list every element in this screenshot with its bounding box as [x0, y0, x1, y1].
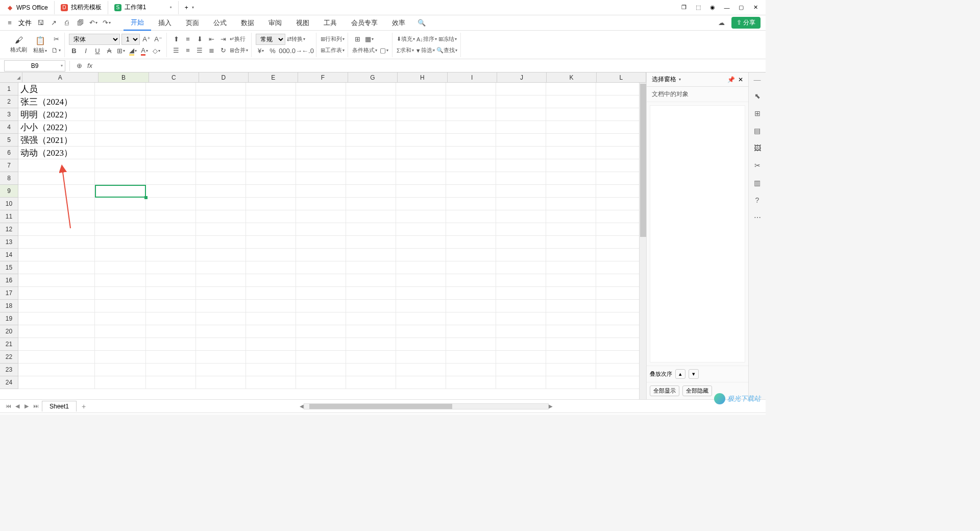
decrease-font-icon[interactable]: A⁻ — [153, 34, 163, 44]
cell-C18[interactable] — [146, 300, 196, 312]
cell-G10[interactable] — [346, 198, 396, 210]
cell-J2[interactable] — [496, 95, 546, 108]
row-header-8[interactable]: 8 — [0, 172, 18, 185]
cell-B16[interactable] — [95, 274, 146, 287]
cell-C6[interactable] — [146, 147, 196, 159]
border-icon[interactable]: ⊞▾ — [116, 46, 126, 56]
cell-E20[interactable] — [246, 325, 296, 338]
cell-B15[interactable] — [95, 261, 146, 274]
cell-A10[interactable] — [18, 198, 95, 210]
cell-K11[interactable] — [546, 210, 596, 223]
cell-I18[interactable] — [446, 300, 496, 312]
cell-G2[interactable] — [346, 95, 396, 108]
cell-F23[interactable] — [296, 364, 346, 376]
row-header-7[interactable]: 7 — [0, 159, 18, 172]
cell-I11[interactable] — [446, 210, 496, 223]
align-justify-icon[interactable]: ≣ — [206, 45, 216, 56]
cell-C23[interactable] — [146, 364, 196, 376]
move-up-button[interactable]: ▴ — [675, 369, 685, 379]
clear-format-icon[interactable]: ◇▾ — [151, 46, 161, 56]
cell-D11[interactable] — [196, 210, 246, 223]
paste-button[interactable]: 📋粘贴▾ — [31, 35, 49, 55]
cell-K18[interactable] — [546, 300, 596, 312]
cell-J7[interactable] — [496, 159, 546, 172]
tab-tools[interactable]: 工具 — [316, 15, 344, 31]
row-header-18[interactable]: 18 — [0, 300, 18, 312]
cell-F10[interactable] — [296, 198, 346, 210]
property-icon[interactable]: ⊞ — [752, 108, 763, 118]
cell-J24[interactable] — [496, 376, 546, 389]
tab-review[interactable]: 审阅 — [261, 15, 289, 31]
cell-H8[interactable] — [396, 172, 446, 185]
cell-I9[interactable] — [446, 185, 496, 198]
col-header-j[interactable]: J — [497, 73, 547, 82]
row-header-5[interactable]: 5 — [0, 134, 18, 147]
row-header-13[interactable]: 13 — [0, 236, 18, 249]
cell-K12[interactable] — [546, 223, 596, 236]
row-header-20[interactable]: 20 — [0, 325, 18, 338]
align-middle-icon[interactable]: ≡ — [183, 34, 193, 44]
sum-button[interactable]: Σ 求和▾ — [397, 45, 414, 56]
cell-D2[interactable] — [196, 95, 246, 108]
cell-I14[interactable] — [446, 249, 496, 261]
cell-J1[interactable] — [496, 83, 546, 95]
cell-G11[interactable] — [346, 210, 396, 223]
cell-F15[interactable] — [296, 261, 346, 274]
col-header-e[interactable]: E — [249, 73, 298, 82]
filter-button[interactable]: ▼ 筛选▾ — [415, 45, 435, 56]
row-header-12[interactable]: 12 — [0, 223, 18, 236]
row-header-2[interactable]: 2 — [0, 95, 18, 108]
cell-A1[interactable]: 人员 — [18, 83, 95, 95]
redo-icon[interactable]: ↷▾ — [102, 18, 111, 28]
cell-F22[interactable] — [296, 351, 346, 364]
cell-F6[interactable] — [296, 147, 346, 159]
cell-F3[interactable] — [296, 108, 346, 121]
cell-J13[interactable] — [496, 236, 546, 249]
cell-G20[interactable] — [346, 325, 396, 338]
cell-B5[interactable] — [95, 134, 146, 147]
tab-formula[interactable]: 公式 — [206, 15, 234, 31]
cell-F8[interactable] — [296, 172, 346, 185]
cell-D4[interactable] — [196, 121, 246, 134]
cell-H12[interactable] — [396, 223, 446, 236]
freeze-button[interactable]: ⊞ 冻结▾ — [438, 34, 457, 44]
fx-icon[interactable]: fx — [87, 62, 92, 69]
cell-C11[interactable] — [146, 210, 196, 223]
move-down-button[interactable]: ▾ — [689, 369, 699, 379]
row-header-23[interactable]: 23 — [0, 364, 18, 376]
cell-B7[interactable] — [95, 159, 146, 172]
row-header-16[interactable]: 16 — [0, 274, 18, 287]
cell-E11[interactable] — [246, 210, 296, 223]
cell-A3[interactable]: 明明（2022） — [18, 108, 95, 121]
cell-E1[interactable] — [246, 83, 296, 95]
app-tab[interactable]: ◆ WPS Office — [0, 1, 55, 14]
orientation-icon[interactable]: ↻ — [218, 45, 228, 56]
spreadsheet[interactable]: ◢ A B C D E F G H I J K L 12345678910111… — [0, 73, 646, 399]
cell-A22[interactable] — [18, 351, 95, 364]
share-button[interactable]: ⇪ 分享 — [731, 17, 761, 29]
font-name-select[interactable]: 宋体 — [69, 34, 120, 45]
nav-prev-icon[interactable]: ◀ — [13, 403, 21, 409]
row-header-21[interactable]: 21 — [0, 338, 18, 351]
menu-hamburger-icon[interactable]: ≡ — [5, 18, 14, 28]
cell-C8[interactable] — [146, 172, 196, 185]
cell-F24[interactable] — [296, 376, 346, 389]
decimal-inc-icon[interactable]: .0→ — [291, 46, 301, 56]
cell-F13[interactable] — [296, 236, 346, 249]
cell-C21[interactable] — [146, 338, 196, 351]
print-preview-icon[interactable]: 🗐 — [76, 18, 85, 28]
cell-K3[interactable] — [546, 108, 596, 121]
cell-D21[interactable] — [196, 338, 246, 351]
cell-F17[interactable] — [296, 287, 346, 300]
merge-button[interactable]: ⊞ 合并▾ — [230, 45, 248, 56]
horizontal-scrollbar[interactable]: ◀ ▶ — [91, 403, 762, 409]
cell-G12[interactable] — [346, 223, 396, 236]
help-icon[interactable]: ? — [752, 195, 763, 205]
cell-C20[interactable] — [146, 325, 196, 338]
template-tab[interactable]: D 找稻壳模板 — [55, 1, 108, 14]
cell-G7[interactable] — [346, 159, 396, 172]
cell-E12[interactable] — [246, 223, 296, 236]
col-header-a[interactable]: A — [22, 73, 99, 82]
cell-B22[interactable] — [95, 351, 146, 364]
cell-G18[interactable] — [346, 300, 396, 312]
